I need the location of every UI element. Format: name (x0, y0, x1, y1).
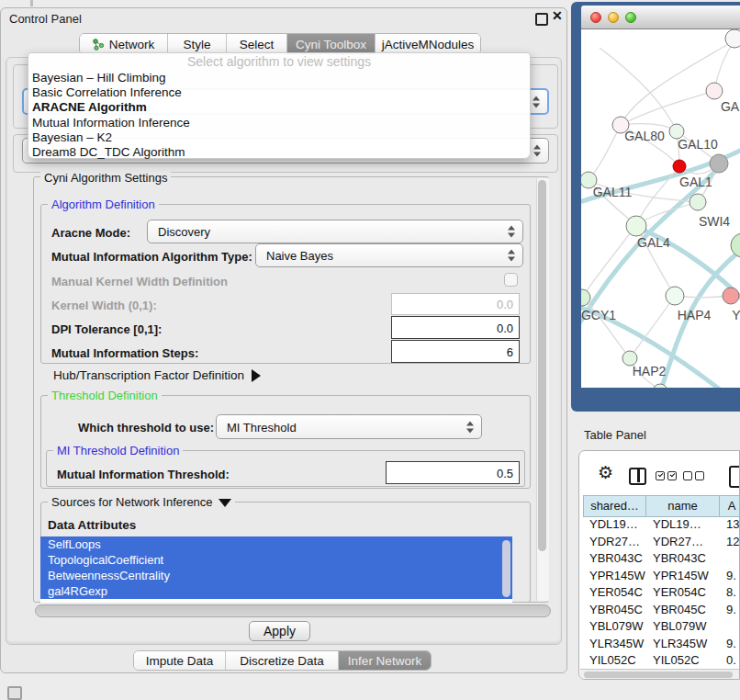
mi-algorithm-type-combobox[interactable]: Naive Bayes (255, 243, 523, 267)
dpi-tolerance-label: DPI Tolerance [0,1]: (51, 322, 162, 336)
network-node[interactable] (626, 216, 646, 236)
table-row[interactable]: YBL079WYBL079W (583, 619, 740, 633)
table-hscrollbar-track[interactable] (580, 669, 740, 680)
tab-jactivemnodules[interactable]: jActiveMNodules (376, 34, 480, 54)
network-node[interactable] (673, 160, 686, 173)
settings-vscrollbar-thumb[interactable] (538, 180, 546, 551)
kernel-width-field[interactable]: 0.0 (391, 293, 520, 315)
minimize-traffic-light-icon[interactable] (608, 12, 619, 23)
network-edge[interactable] (621, 91, 714, 125)
table-row[interactable]: YBR045CYBR045C9. (583, 603, 740, 616)
network-node[interactable] (710, 154, 728, 173)
settings-gear-icon[interactable]: ⚙ (598, 464, 613, 481)
deselect-all-checkbox-icon[interactable] (695, 471, 704, 480)
table-row[interactable]: YIL052CYIL052C0. (583, 653, 740, 667)
float-window-icon[interactable] (535, 13, 548, 26)
table-cell: YBR045C (583, 603, 646, 616)
table-cell: YER054C (646, 585, 720, 599)
table-cell: YBR045C (646, 603, 720, 616)
data-attribute-item[interactable]: BetweennessCentrality (40, 568, 512, 583)
tab-impute-data[interactable]: Impute Data (134, 651, 226, 670)
algorithm-option[interactable]: ARACNE Algorithm (28, 100, 530, 115)
algorithm-option[interactable]: Dream8 DC_TDC Algorithm (28, 145, 530, 160)
table-cell: YIL052C (646, 653, 720, 667)
network-node[interactable] (581, 289, 590, 306)
network-view-window[interactable]: GALGAL80GAL10GAL1GAL11SWI4GAL4GCY1HAP4YH… (571, 2, 740, 412)
manual-kernel-width-checkbox[interactable] (504, 273, 518, 287)
table-cell: 9. (720, 637, 740, 650)
data-attribute-item[interactable]: gal4RGexp (40, 583, 512, 599)
network-node[interactable] (666, 287, 684, 305)
algorithm-option[interactable]: Basic Correlation Inference (28, 85, 530, 100)
table-column-header[interactable]: name (646, 495, 720, 517)
table-row[interactable]: YER054CYER054C8. (583, 585, 740, 599)
close-traffic-light-icon[interactable] (590, 12, 601, 23)
table-hscrollbar-thumb[interactable] (584, 672, 733, 678)
mi-threshold-field[interactable]: 0.5 (386, 461, 520, 484)
network-node[interactable] (725, 29, 740, 48)
network-edge[interactable] (582, 225, 636, 298)
table-cell: YPR145W (583, 569, 646, 582)
select-all-checkbox-icon[interactable] (667, 471, 677, 480)
table-row[interactable]: YPR145WYPR145W9. (583, 569, 740, 582)
network-canvas[interactable]: GALGAL80GAL10GAL1GAL11SWI4GAL4GCY1HAP4YH… (581, 29, 740, 388)
network-edge[interactable] (621, 40, 734, 125)
table-cell: 9. (720, 569, 740, 582)
data-attribute-item[interactable]: SelfLoops (40, 536, 512, 552)
tab-infer-network[interactable]: Infer Network (339, 651, 431, 670)
network-node[interactable] (653, 384, 667, 388)
table-cell: YDR27… (583, 535, 646, 548)
table-cell: YLR345W (646, 637, 720, 650)
algorithm-option[interactable]: Mutual Information Inference (28, 116, 530, 130)
tab-discretize-data[interactable]: Discretize Data (226, 651, 339, 670)
collapsed-panel-icon[interactable] (7, 686, 22, 700)
network-window-titlebar[interactable] (581, 6, 740, 29)
tab-cyni-toolbox[interactable]: Cyni Toolbox (287, 34, 376, 54)
column-layout-icon[interactable] (629, 468, 646, 485)
new-table-icon[interactable] (729, 466, 740, 488)
network-edge[interactable] (589, 125, 621, 180)
which-threshold-combobox[interactable]: MI Threshold (216, 414, 482, 439)
table-cell (720, 619, 740, 633)
settings-hscrollbar[interactable] (35, 604, 551, 617)
table-cell: YBL079W (583, 619, 646, 633)
sources-legend[interactable]: Sources for Network Inference (48, 495, 235, 509)
network-node[interactable] (723, 288, 739, 304)
mi-steps-field[interactable]: 6 (391, 340, 520, 363)
table-row[interactable]: YDL19…YDL19…13 (583, 517, 740, 531)
table-cell: 9. (720, 603, 740, 616)
tab-select[interactable]: Select (227, 34, 287, 54)
aracne-mode-combobox[interactable]: Discovery (147, 220, 523, 243)
select-all-checkbox-icon[interactable] (656, 471, 665, 480)
network-edge[interactable] (600, 48, 677, 131)
table-cell: YBR043C (583, 551, 646, 565)
table-row[interactable]: YDR27…YDR27…12 (583, 535, 740, 548)
table-column-header[interactable]: shared… (583, 495, 646, 517)
deselect-all-checkbox-icon[interactable] (683, 471, 692, 480)
network-edge[interactable] (630, 296, 675, 358)
mi-steps-label: Mutual Information Steps: (51, 346, 198, 360)
algorithm-option[interactable]: Bayesian – K2 (28, 130, 530, 145)
table-row[interactable]: YBR043CYBR043C (583, 551, 740, 565)
algorithm-definition-legend: Algorithm Definition (48, 198, 159, 211)
tab-style[interactable]: Style (168, 34, 227, 54)
algorithm-option[interactable]: Bayesian – Hill Climbing (28, 71, 530, 85)
zoom-traffic-light-icon[interactable] (625, 12, 636, 23)
data-attribute-item[interactable]: TopologicalCoefficient (40, 552, 512, 568)
apply-button[interactable]: Apply (249, 621, 310, 641)
dpi-tolerance-field[interactable]: 0.0 (391, 316, 520, 339)
cyni-bottom-tabbar: Impute DataDiscretize DataInfer Network (133, 650, 432, 671)
hub-definition-expander[interactable]: Hub/Transcription Factor Definition (53, 368, 261, 382)
table-column-header[interactable]: A (720, 495, 740, 517)
attributes-vscrollbar-thumb[interactable] (502, 540, 510, 597)
tab-network[interactable]: Network (80, 34, 168, 54)
data-attributes-label: Data Attributes (48, 518, 136, 532)
network-node[interactable] (690, 194, 706, 210)
combo-arrows-icon (466, 421, 475, 433)
table-row[interactable]: YLR345WYLR345W9. (583, 637, 740, 650)
network-node[interactable] (706, 83, 723, 99)
table-cell: YDL19… (646, 517, 720, 531)
table-cell: YBR043C (646, 551, 720, 565)
close-window-icon[interactable]: ✕ (552, 8, 563, 23)
network-node[interactable] (731, 233, 740, 257)
